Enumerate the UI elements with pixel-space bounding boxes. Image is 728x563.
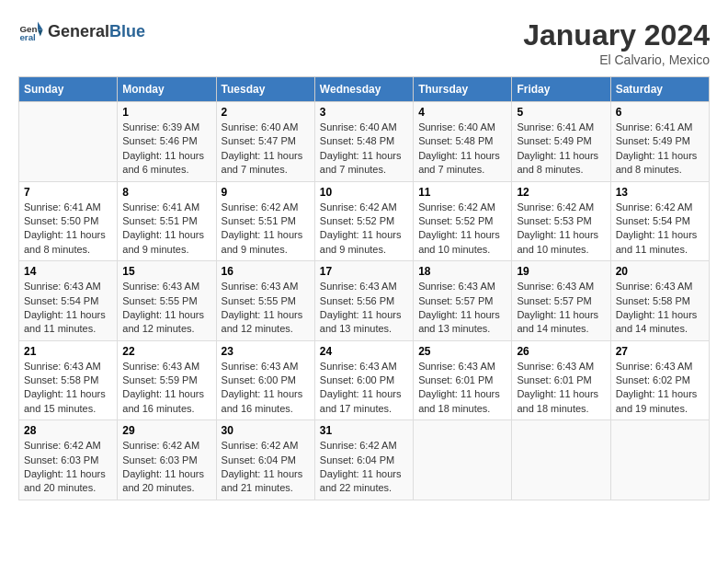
weekday-header-saturday: Saturday [610, 77, 709, 102]
calendar-cell: 12Sunrise: 6:42 AMSunset: 5:53 PMDayligh… [512, 181, 610, 261]
day-number: 22 [122, 345, 210, 358]
day-number: 3 [320, 106, 408, 119]
day-number: 1 [122, 106, 210, 119]
day-number: 27 [616, 345, 704, 358]
calendar-cell: 18Sunrise: 6:43 AMSunset: 5:57 PMDayligh… [414, 261, 512, 341]
day-info: Sunrise: 6:41 AMSunset: 5:49 PMDaylight:… [616, 121, 698, 175]
calendar-cell: 1Sunrise: 6:39 AMSunset: 5:46 PMDaylight… [118, 102, 216, 182]
calendar-cell: 19Sunrise: 6:43 AMSunset: 5:57 PMDayligh… [512, 261, 610, 341]
day-number: 2 [222, 106, 310, 119]
calendar-cell: 3Sunrise: 6:40 AMSunset: 5:48 PMDaylight… [314, 102, 413, 182]
day-number: 25 [418, 345, 506, 358]
calendar-cell [610, 420, 709, 500]
day-info: Sunrise: 6:43 AMSunset: 5:56 PMDaylight:… [320, 281, 402, 334]
day-info: Sunrise: 6:42 AMSunset: 6:04 PMDaylight:… [222, 440, 303, 493]
calendar-cell: 6Sunrise: 6:41 AMSunset: 5:49 PMDaylight… [610, 102, 709, 182]
weekday-header-monday: Monday [118, 77, 216, 102]
day-info: Sunrise: 6:40 AMSunset: 5:48 PMDaylight:… [418, 121, 500, 175]
day-number: 9 [222, 186, 310, 199]
day-info: Sunrise: 6:43 AMSunset: 5:57 PMDaylight:… [418, 281, 500, 334]
day-info: Sunrise: 6:42 AMSunset: 5:52 PMDaylight:… [320, 201, 402, 255]
calendar-cell: 11Sunrise: 6:42 AMSunset: 5:52 PMDayligh… [414, 181, 512, 261]
calendar-week-5: 28Sunrise: 6:42 AMSunset: 6:03 PMDayligh… [19, 420, 710, 500]
calendar-cell: 26Sunrise: 6:43 AMSunset: 6:01 PMDayligh… [512, 340, 610, 420]
day-number: 12 [517, 186, 605, 199]
day-info: Sunrise: 6:42 AMSunset: 5:54 PMDaylight:… [616, 201, 698, 255]
day-number: 7 [24, 186, 112, 199]
day-info: Sunrise: 6:42 AMSunset: 6:04 PMDaylight:… [320, 440, 402, 493]
day-info: Sunrise: 6:41 AMSunset: 5:49 PMDaylight:… [517, 121, 598, 175]
calendar-cell [512, 420, 610, 500]
weekday-header-wednesday: Wednesday [314, 77, 413, 102]
day-info: Sunrise: 6:43 AMSunset: 6:02 PMDaylight:… [616, 361, 698, 414]
day-info: Sunrise: 6:43 AMSunset: 6:00 PMDaylight:… [222, 361, 303, 414]
logo-icon: Gen eral [18, 18, 44, 44]
weekday-header-sunday: Sunday [19, 77, 118, 102]
calendar-cell: 29Sunrise: 6:42 AMSunset: 6:03 PMDayligh… [118, 420, 216, 500]
calendar-cell: 8Sunrise: 6:41 AMSunset: 5:51 PMDaylight… [118, 181, 216, 261]
svg-marker-3 [38, 30, 43, 37]
day-number: 6 [616, 106, 704, 119]
calendar-cell: 5Sunrise: 6:41 AMSunset: 5:49 PMDaylight… [512, 102, 610, 182]
calendar-week-4: 21Sunrise: 6:43 AMSunset: 5:58 PMDayligh… [19, 340, 710, 420]
main-title: January 2024 [523, 18, 710, 52]
logo: Gen eral GeneralBlue [18, 18, 145, 44]
calendar-week-2: 7Sunrise: 6:41 AMSunset: 5:50 PMDaylight… [19, 181, 710, 261]
calendar-cell: 21Sunrise: 6:43 AMSunset: 5:58 PMDayligh… [19, 340, 118, 420]
day-info: Sunrise: 6:40 AMSunset: 5:47 PMDaylight:… [222, 121, 303, 175]
calendar-cell: 27Sunrise: 6:43 AMSunset: 6:02 PMDayligh… [610, 340, 709, 420]
calendar-cell: 28Sunrise: 6:42 AMSunset: 6:03 PMDayligh… [19, 420, 118, 500]
calendar-cell: 25Sunrise: 6:43 AMSunset: 6:01 PMDayligh… [414, 340, 512, 420]
day-info: Sunrise: 6:43 AMSunset: 6:01 PMDaylight:… [517, 361, 598, 414]
calendar-week-1: 1Sunrise: 6:39 AMSunset: 5:46 PMDaylight… [19, 102, 710, 182]
day-number: 19 [517, 265, 605, 278]
calendar-cell: 23Sunrise: 6:43 AMSunset: 6:00 PMDayligh… [216, 340, 314, 420]
calendar-cell: 9Sunrise: 6:42 AMSunset: 5:51 PMDaylight… [216, 181, 314, 261]
calendar-cell: 15Sunrise: 6:43 AMSunset: 5:55 PMDayligh… [118, 261, 216, 341]
calendar-cell: 22Sunrise: 6:43 AMSunset: 5:59 PMDayligh… [118, 340, 216, 420]
weekday-header-friday: Friday [512, 77, 610, 102]
day-number: 18 [418, 265, 506, 278]
subtitle: El Calvario, Mexico [523, 52, 710, 67]
day-number: 30 [222, 424, 310, 437]
title-block: January 2024 El Calvario, Mexico [523, 18, 710, 67]
calendar-cell: 2Sunrise: 6:40 AMSunset: 5:47 PMDaylight… [216, 102, 314, 182]
day-info: Sunrise: 6:42 AMSunset: 5:51 PMDaylight:… [222, 201, 303, 255]
day-info: Sunrise: 6:43 AMSunset: 5:54 PMDaylight:… [24, 281, 106, 334]
calendar-cell: 14Sunrise: 6:43 AMSunset: 5:54 PMDayligh… [19, 261, 118, 341]
logo-general-text: GeneralBlue [48, 22, 145, 41]
day-number: 23 [222, 345, 310, 358]
calendar-cell: 24Sunrise: 6:43 AMSunset: 6:00 PMDayligh… [314, 340, 413, 420]
calendar-table: SundayMondayTuesdayWednesdayThursdayFrid… [18, 76, 710, 500]
day-info: Sunrise: 6:42 AMSunset: 6:03 PMDaylight:… [122, 440, 204, 493]
day-info: Sunrise: 6:43 AMSunset: 6:01 PMDaylight:… [418, 361, 500, 414]
calendar-cell: 31Sunrise: 6:42 AMSunset: 6:04 PMDayligh… [314, 420, 413, 500]
day-number: 20 [616, 265, 704, 278]
day-info: Sunrise: 6:41 AMSunset: 5:50 PMDaylight:… [24, 201, 106, 255]
day-info: Sunrise: 6:39 AMSunset: 5:46 PMDaylight:… [122, 121, 204, 175]
day-number: 13 [616, 186, 704, 199]
svg-marker-2 [38, 22, 43, 30]
day-number: 8 [122, 186, 210, 199]
day-info: Sunrise: 6:43 AMSunset: 5:59 PMDaylight:… [122, 361, 204, 414]
day-number: 15 [122, 265, 210, 278]
calendar-cell: 10Sunrise: 6:42 AMSunset: 5:52 PMDayligh… [314, 181, 413, 261]
day-number: 10 [320, 186, 408, 199]
day-info: Sunrise: 6:43 AMSunset: 5:55 PMDaylight:… [122, 281, 204, 334]
day-number: 11 [418, 186, 506, 199]
day-number: 14 [24, 265, 112, 278]
day-number: 5 [517, 106, 605, 119]
day-number: 17 [320, 265, 408, 278]
calendar-cell: 30Sunrise: 6:42 AMSunset: 6:04 PMDayligh… [216, 420, 314, 500]
weekday-header-thursday: Thursday [414, 77, 512, 102]
weekday-header-tuesday: Tuesday [216, 77, 314, 102]
calendar-cell: 4Sunrise: 6:40 AMSunset: 5:48 PMDaylight… [414, 102, 512, 182]
day-number: 24 [320, 345, 408, 358]
day-info: Sunrise: 6:43 AMSunset: 5:55 PMDaylight:… [222, 281, 303, 334]
page-header: Gen eral GeneralBlue January 2024 El Cal… [18, 18, 710, 67]
day-info: Sunrise: 6:42 AMSunset: 6:03 PMDaylight:… [24, 440, 106, 493]
day-number: 16 [222, 265, 310, 278]
calendar-week-3: 14Sunrise: 6:43 AMSunset: 5:54 PMDayligh… [19, 261, 710, 341]
calendar-cell: 20Sunrise: 6:43 AMSunset: 5:58 PMDayligh… [610, 261, 709, 341]
day-number: 31 [320, 424, 408, 437]
